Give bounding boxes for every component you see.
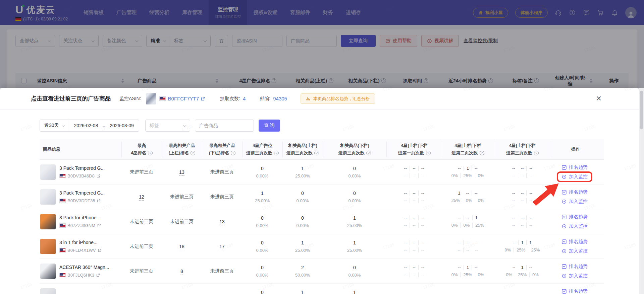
ad-products-table: 商品信息最高4星排名?最高相关产品(上栏)排名?最高相关产品(下栏)排名?4星广… [40, 139, 604, 294]
hit-count-percent: 0.00% [282, 223, 323, 228]
add-monitor-link[interactable]: 加入监控 [561, 223, 588, 229]
question-icon[interactable]: ? [366, 151, 371, 155]
hit-count-value: 2 [282, 265, 323, 270]
hit-count-percent: 0.00% [323, 173, 386, 178]
page-trend-summary-button[interactable]: 本页商品排名趋势，汇总分析 [301, 93, 375, 104]
trend-link[interactable]: 排名趋势 [561, 214, 588, 220]
trend-link[interactable]: 排名趋势 [561, 164, 588, 170]
column-header: 最高相关产品(上栏)排名? [162, 142, 202, 157]
date-preset-select[interactable]: 近30天 [40, 123, 69, 129]
close-icon: × [596, 93, 601, 103]
hit-count-cell: 00.00% [242, 166, 282, 178]
trend-link[interactable]: 排名趋势 [561, 264, 588, 270]
chevron-down-icon [61, 124, 65, 127]
question-icon[interactable]: ? [314, 151, 319, 155]
rank-triple-values: ------ [494, 191, 551, 196]
hit-count-value: 1 [242, 191, 282, 196]
hit-count-cell: 00.00% [323, 265, 386, 278]
modal-close-button[interactable]: × [596, 94, 601, 103]
date-range-picker[interactable]: 2026-02-08 → 2026-03-09 [69, 123, 139, 128]
date-range-control: 近30天 2026-02-08 → 2026-03-09 [40, 120, 139, 132]
table-row: 3 Pack Tempered G...B0DV3B46D8未进前三页13未进前… [40, 160, 604, 185]
hit-count-cell: 00.00% [282, 191, 323, 203]
column-header-line1: 4星广告位 [253, 142, 272, 149]
hit-count-cell: 125.00% [323, 215, 386, 228]
table-row: 011排名趋势加入监控 [40, 284, 604, 294]
column-header: 操作 [551, 142, 604, 157]
table-header-row: 商品信息最高4星排名?最高相关产品(上栏)排名?最高相关产品(下栏)排名?4星广… [40, 139, 604, 160]
hit-count-percent: 25.00% [282, 248, 323, 253]
question-icon[interactable]: ? [426, 151, 431, 155]
external-link-icon [97, 223, 101, 228]
hit-count-percent: 0.00% [242, 223, 282, 228]
hit-count-cell: 125.00% [282, 240, 323, 253]
question-icon[interactable]: ? [231, 151, 235, 155]
best-rank-cell: 13 [202, 219, 242, 225]
hit-count-cell: 125.00% [282, 166, 323, 178]
hit-count-cell: 00.00% [242, 240, 282, 253]
product-asin-link[interactable]: B07ZZJ3GNM [59, 223, 101, 228]
question-icon[interactable]: ? [191, 151, 195, 155]
crawl-count-value: 4 [243, 96, 246, 101]
product-cell: 3 Pack Tempered G...B0DV3B46D8 [40, 164, 121, 180]
best-rank-cell: 未进前三页 [202, 169, 242, 175]
rank-triple-values: ------ [386, 240, 442, 245]
question-icon[interactable]: ? [148, 151, 153, 155]
rank-triple-percents: ------ [386, 272, 442, 277]
add-monitor-link[interactable]: 加入监控 [561, 273, 588, 279]
modal-header: 点击查看进过前三页的广告商品 监控ASIN: B0FFCF7YT7 抓取次数: … [0, 88, 639, 109]
question-icon[interactable]: ? [480, 151, 484, 155]
column-header-line1: 最高相关产品 [209, 142, 235, 149]
date-to-value[interactable]: 2026-03-09 [110, 123, 134, 128]
page-rank-cell: --110%25%25% [494, 240, 551, 252]
best-rank-cell: 未进前三页 [121, 218, 162, 225]
page-rank-cell: 1----25%0%0% [442, 191, 494, 203]
trend-link[interactable]: 排名趋势 [561, 239, 588, 245]
add-monitor-link[interactable]: 加入监控 [561, 199, 588, 205]
column-header-line1: 最高相关产品 [169, 142, 195, 149]
best-rank-cell: 未进前三页 [202, 194, 242, 200]
date-from-value[interactable]: 2026-02-08 [74, 123, 98, 128]
top-three-pages-modal: 点击查看进过前三页的广告商品 监控ASIN: B0FFCF7YT7 抓取次数: … [0, 88, 639, 294]
hit-count-cell: 00.00% [242, 215, 282, 228]
column-header-line2: 进前三页次数? [338, 149, 371, 157]
modal-query-button[interactable]: 查 询 [259, 120, 280, 132]
hit-count-percent: 0.00% [242, 273, 282, 278]
product-asin-link[interactable]: B0DV3B46D8 [59, 173, 105, 178]
rank-triple-values: ------ [386, 265, 442, 270]
monitored-asin-link[interactable]: B0FFCF7YT7 [168, 96, 206, 101]
page-rank-cell: ----10%0%25% [442, 215, 494, 228]
target-icon [561, 174, 567, 179]
add-monitor-link[interactable]: 加入监控 [561, 174, 588, 180]
column-header-line2: (下栏)排名? [209, 149, 236, 157]
hit-count-percent: 0.00% [242, 248, 282, 253]
column-header-line1: 相关商品(下栏) [340, 142, 369, 149]
modal-tag-select[interactable]: 标签 [145, 120, 190, 132]
question-icon[interactable]: ? [534, 151, 539, 155]
trend-link[interactable]: 排名趋势 [561, 288, 588, 294]
us-flag-icon [159, 96, 166, 101]
trend-link[interactable]: 排名趋势 [561, 189, 588, 195]
action-cell: 排名趋势加入监控 [551, 288, 604, 294]
hit-count-value: 0 [242, 166, 282, 171]
scrollbar-thumb[interactable] [640, 91, 643, 129]
hit-count-percent: 0.00% [282, 198, 323, 203]
question-icon[interactable]: ? [274, 151, 279, 155]
product-asin-link[interactable]: B0FLD4X1WV [59, 248, 102, 253]
modal-ad-product-input[interactable] [195, 120, 254, 132]
product-asin-link[interactable]: B0DV3DDT35 [59, 198, 105, 203]
product-thumbnail [40, 189, 56, 205]
target-icon [561, 199, 567, 204]
page-rank-cell: ------------ [494, 215, 551, 228]
best-rank-cell: 12 [121, 194, 162, 200]
bar-chart-icon [306, 96, 311, 101]
column-header: 相关商品(上栏)进前三页次数? [282, 142, 323, 157]
hit-count-cell: 00.00% [282, 215, 323, 228]
column-header-line2: 进第二页次数? [452, 149, 484, 157]
page-rank-cell: ------------ [386, 240, 442, 252]
external-link-icon [201, 96, 205, 101]
add-monitor-link[interactable]: 加入监控 [561, 248, 588, 254]
product-info: 3 Pack Tempered G...B0DV3B46D8 [59, 165, 105, 178]
product-thumbnail [40, 288, 56, 294]
product-asin-link[interactable]: B0FJLQ6HK3 [59, 273, 109, 278]
